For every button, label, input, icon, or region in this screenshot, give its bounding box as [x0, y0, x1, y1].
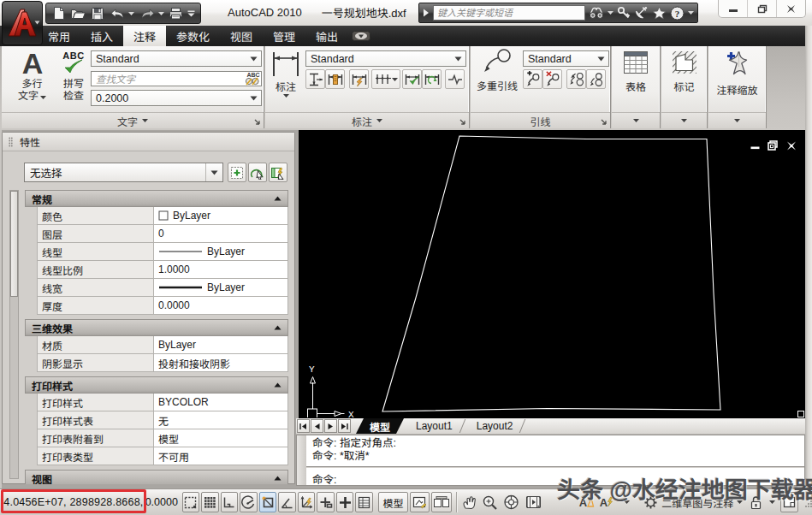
- help-icon[interactable]: ?: [670, 4, 685, 21]
- add-leader-button[interactable]: [523, 69, 542, 89]
- snap-toggle[interactable]: [182, 492, 200, 512]
- select-objects-button[interactable]: [248, 163, 267, 182]
- property-row[interactable]: 打印表类型不可用: [37, 447, 288, 465]
- scrollbar-thumb[interactable]: [10, 191, 18, 297]
- property-row[interactable]: 打印样式BYCOLOR: [37, 394, 288, 411]
- chevron-down-icon[interactable]: [246, 51, 261, 66]
- steering-wheel-button[interactable]: [501, 492, 521, 512]
- panel-annotation-scaling-footer[interactable]: [708, 112, 766, 128]
- command-history[interactable]: 命令: 指定对角点:命令: *取消*: [306, 435, 804, 467]
- dim-adjust-space-button[interactable]: [305, 69, 325, 89]
- redo-button[interactable]: [139, 4, 157, 22]
- show-motion-button[interactable]: [523, 492, 542, 512]
- chevron-down-icon[interactable]: [205, 163, 222, 181]
- previous-tab-button[interactable]: [311, 419, 323, 433]
- palette-title-bar[interactable]: 特性: [3, 133, 294, 151]
- property-row[interactable]: 打印表附着到模型: [37, 429, 288, 447]
- property-row[interactable]: 材质ByLayer: [37, 336, 288, 354]
- last-tab-button[interactable]: [338, 419, 351, 433]
- osnap-toggle[interactable]: [259, 492, 277, 512]
- spell-check-button[interactable]: ABC 拼写检查: [56, 50, 92, 102]
- toggle-pickadd-button[interactable]: [228, 163, 246, 182]
- infocenter-expand-icon[interactable]: [423, 4, 430, 21]
- quick-view-layouts-button[interactable]: [410, 492, 429, 512]
- favorites-star-icon[interactable]: [652, 4, 667, 21]
- search-dropdown-icon[interactable]: [608, 4, 613, 21]
- qat-customize-button[interactable]: [187, 4, 195, 22]
- ribbon-tab-parametric[interactable]: 参数化: [166, 26, 220, 46]
- multileader-button[interactable]: 多重引线: [473, 48, 521, 92]
- find-text-input[interactable]: 查找文字ABC: [91, 71, 262, 86]
- collapse-icon[interactable]: [274, 382, 282, 388]
- dim-quick-button[interactable]: [349, 69, 369, 89]
- next-tab-button[interactable]: [324, 419, 337, 433]
- redo-button-dropdown[interactable]: [158, 4, 164, 22]
- section-header[interactable]: 打印样式: [25, 376, 288, 394]
- dim-update-button[interactable]: [422, 69, 442, 89]
- quick-properties-toggle[interactable]: [355, 492, 373, 512]
- undo-button-dropdown[interactable]: [128, 4, 134, 22]
- dialog-launcher-icon[interactable]: [253, 118, 261, 126]
- dim-jog-line-button[interactable]: [445, 69, 465, 89]
- pan-button[interactable]: [459, 492, 478, 512]
- ribbon-tab-output[interactable]: 输出: [305, 26, 348, 46]
- chevron-down-icon[interactable]: [594, 51, 608, 66]
- panel-markup-button[interactable]: 标记: [661, 50, 707, 93]
- model-space-button[interactable]: 模型: [378, 492, 408, 512]
- mtext-button[interactable]: A 多行文字: [9, 49, 56, 102]
- first-tab-button[interactable]: [297, 419, 310, 433]
- selection-combo[interactable]: 无选择: [24, 163, 223, 182]
- undo-button[interactable]: [109, 4, 127, 22]
- panel-footer-leaders[interactable]: 引线: [471, 112, 610, 128]
- text-height-combo[interactable]: 0.2000: [91, 90, 262, 106]
- minimize-button[interactable]: [719, 0, 748, 17]
- text-style-combo[interactable]: Standard: [91, 50, 262, 67]
- help-dropdown-icon[interactable]: [688, 4, 694, 21]
- dimension-button[interactable]: 标注: [270, 49, 302, 98]
- collect-leaders-button[interactable]: [586, 69, 606, 89]
- drawing-canvas[interactable]: YX: [299, 130, 805, 418]
- ribbon-tab-home[interactable]: 常用: [38, 26, 80, 46]
- dialog-launcher-icon[interactable]: [459, 118, 466, 126]
- align-leaders-button[interactable]: [566, 69, 586, 89]
- ribbon-minimize-button[interactable]: [348, 26, 374, 46]
- grid-toggle[interactable]: [201, 492, 219, 512]
- panel-footer-text[interactable]: 文字: [2, 112, 264, 128]
- property-row[interactable]: 图层0: [37, 225, 288, 243]
- restore-button[interactable]: [748, 0, 777, 17]
- dim-break-button[interactable]: [325, 69, 345, 89]
- communication-center-icon[interactable]: [634, 4, 649, 21]
- section-header[interactable]: 视图: [25, 470, 288, 484]
- new-file-button[interactable]: [52, 4, 66, 22]
- save-button[interactable]: [91, 4, 104, 22]
- ribbon-tab-insert[interactable]: 插入: [80, 26, 123, 46]
- property-row[interactable]: 厚度0.0000: [37, 297, 288, 315]
- command-window-grip[interactable]: [297, 435, 306, 485]
- panel-tables-button[interactable]: 表格: [612, 50, 660, 93]
- property-row[interactable]: 打印样式表无: [37, 411, 288, 429]
- chevron-down-icon[interactable]: [246, 91, 261, 105]
- dynamic-input-toggle[interactable]: [317, 492, 335, 512]
- lineweight-toggle[interactable]: [336, 492, 354, 512]
- zoom-button[interactable]: [480, 492, 499, 512]
- panel-annotation-scaling-button[interactable]: 注释缩放: [708, 50, 766, 97]
- collapse-icon[interactable]: [274, 476, 282, 481]
- leader-style-combo[interactable]: Standard: [523, 50, 609, 67]
- collapse-icon[interactable]: [274, 196, 282, 201]
- drawing-close-button[interactable]: [786, 141, 797, 151]
- close-button[interactable]: [777, 0, 805, 17]
- remove-leader-button[interactable]: [542, 69, 562, 89]
- print-button[interactable]: [169, 4, 183, 22]
- dialog-launcher-icon[interactable]: [600, 118, 608, 126]
- section-header[interactable]: 三维效果: [25, 319, 288, 336]
- drawing-restore-button[interactable]: [768, 140, 779, 151]
- panel-tables-footer[interactable]: [612, 112, 660, 128]
- find-text-icon[interactable]: ABC: [244, 71, 261, 86]
- dim-inspect-button[interactable]: [402, 69, 422, 89]
- quick-select-button[interactable]: [269, 163, 287, 182]
- search-icon[interactable]: [589, 4, 604, 21]
- drawing-minimize-button[interactable]: [750, 141, 760, 150]
- property-row[interactable]: 线型ByLayer: [37, 243, 288, 261]
- search-input[interactable]: [433, 5, 585, 21]
- quick-view-drawings-button[interactable]: [431, 492, 452, 512]
